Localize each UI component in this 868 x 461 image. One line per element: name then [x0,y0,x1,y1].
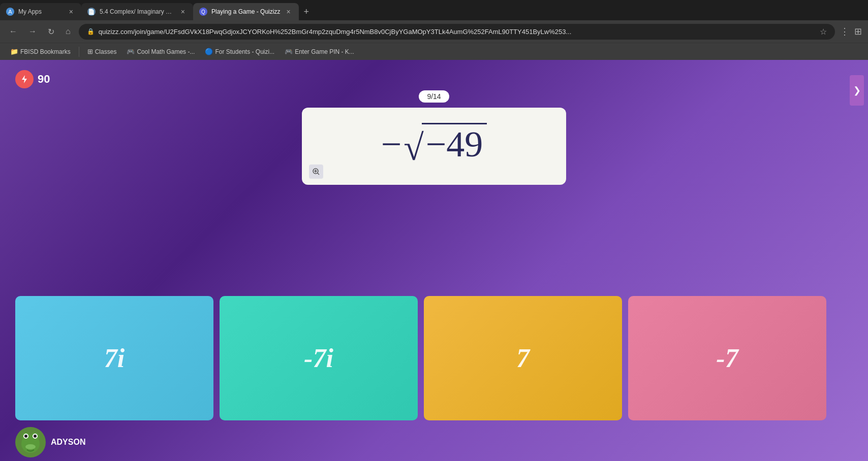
refresh-button[interactable]: ↻ [45,25,57,39]
right-panel-button[interactable]: ❯ [850,75,864,106]
bookmark-coolmath[interactable]: 🎮 Cool Math Games -... [122,46,199,57]
answer-neg7i[interactable]: -7i [220,296,418,420]
bookmark-separator-1 [79,47,79,57]
bookmarks-bar: 📁 FBISD Bookmarks ⊞ Classes 🎮 Cool Math … [0,43,868,60]
tab-close-3[interactable]: × [284,7,292,17]
tab-title-2: 5.4 Complex/ Imaginary Num... [100,8,175,15]
classes-icon: ⊞ [87,48,93,55]
bookmark-kahoot[interactable]: 🎮 Enter Game PIN - K... [281,46,358,57]
score-value: 90 [38,73,50,86]
question-container: 9/14 − √ −49 [302,90,566,185]
tab-favicon-2: 📄 [87,8,96,16]
radical-symbol: √ [404,131,424,164]
tab-title-3: Playing a Game - Quizizz [211,8,280,15]
tab-bar: A My Apps × 📄 5.4 Complex/ Imaginary Num… [0,0,868,20]
player-name: ADYSON [51,438,85,447]
math-expression: − √ −49 [381,123,487,164]
extensions-icon[interactable]: ⋮ [840,26,849,37]
score-icon [15,70,34,88]
coolmath-icon: 🎮 [127,48,135,55]
avatar-image [18,430,43,455]
tab-quizizz[interactable]: Q Playing a Game - Quizizz × [193,3,299,20]
svg-marker-0 [22,75,27,83]
answer-7-label: 7 [516,343,530,373]
answer-neg7i-label: -7i [304,343,333,373]
bookmark-fbisd[interactable]: 📁 FBISD Bookmarks [6,46,75,57]
answer-7i-label: 7i [104,343,125,373]
url-bar[interactable]: 🔒 quizizz.com/join/game/U2FsdGVkX18PwqGd… [79,24,835,40]
answer-neg7-label: -7 [716,343,738,373]
score-badge: 90 [15,70,50,88]
forward-button[interactable]: → [25,25,40,38]
bookmark-star-icon[interactable]: ☆ [820,27,827,37]
bookmark-fbisd-label: FBISD Bookmarks [20,48,71,55]
bookmark-quizizz-students[interactable]: 🔵 For Students - Quizi... [201,46,278,57]
bookmark-classes[interactable]: ⊞ Classes [83,46,121,57]
bookmark-quizizz-label: For Students - Quizi... [215,48,274,55]
question-card: − √ −49 [302,108,566,185]
player-avatar [15,427,46,457]
zoom-button[interactable] [309,164,323,179]
tab-favicon-1: A [6,8,14,16]
game-area: 90 ❯ 9/14 − √ −49 7i [0,60,868,461]
answer-7[interactable]: 7 [424,296,622,420]
tab-close-2[interactable]: × [179,7,187,17]
lightning-icon [19,74,29,84]
bookmark-kahoot-label: Enter Game PIN - K... [295,48,354,55]
url-text: quizizz.com/join/game/U2FsdGVkX18PwqGdjo… [99,28,816,36]
new-tab-button[interactable]: + [299,3,315,20]
tab-complex-numbers[interactable]: 📄 5.4 Complex/ Imaginary Num... × [81,3,193,20]
tab-favicon-3: Q [199,8,207,16]
svg-point-12 [25,444,36,449]
radical-content: −49 [422,123,487,164]
question-counter: 9/14 [419,90,449,103]
svg-point-10 [24,435,27,438]
bookmark-classes-label: Classes [95,48,117,55]
tab-my-apps[interactable]: A My Apps × [0,3,81,20]
bookmark-coolmath-label: Cool Math Games -... [137,48,195,55]
zoom-icon [312,168,320,176]
secure-icon: 🔒 [87,28,95,35]
back-button[interactable]: ← [6,25,20,38]
svg-point-11 [34,435,37,438]
tab-title-1: My Apps [18,8,63,15]
fbisd-icon: 📁 [10,48,18,55]
browser-chrome: A My Apps × 📄 5.4 Complex/ Imaginary Num… [0,0,868,60]
window-controls[interactable]: ⊞ [854,26,862,37]
tab-close-1[interactable]: × [67,7,75,17]
panel-icon: ❯ [853,85,861,96]
kahoot-icon: 🎮 [285,48,293,55]
answer-neg7[interactable]: -7 [628,296,826,420]
address-bar: ← → ↻ ⌂ 🔒 quizizz.com/join/game/U2FsdGVk… [0,20,868,43]
svg-line-2 [318,173,320,175]
player-footer: ADYSON [15,423,85,461]
negative-sign: − [381,124,402,164]
quizizz-students-icon: 🔵 [205,48,213,55]
answers-container: 7i -7i 7 -7 [15,296,868,420]
answer-7i[interactable]: 7i [15,296,213,420]
home-button[interactable]: ⌂ [63,25,74,38]
